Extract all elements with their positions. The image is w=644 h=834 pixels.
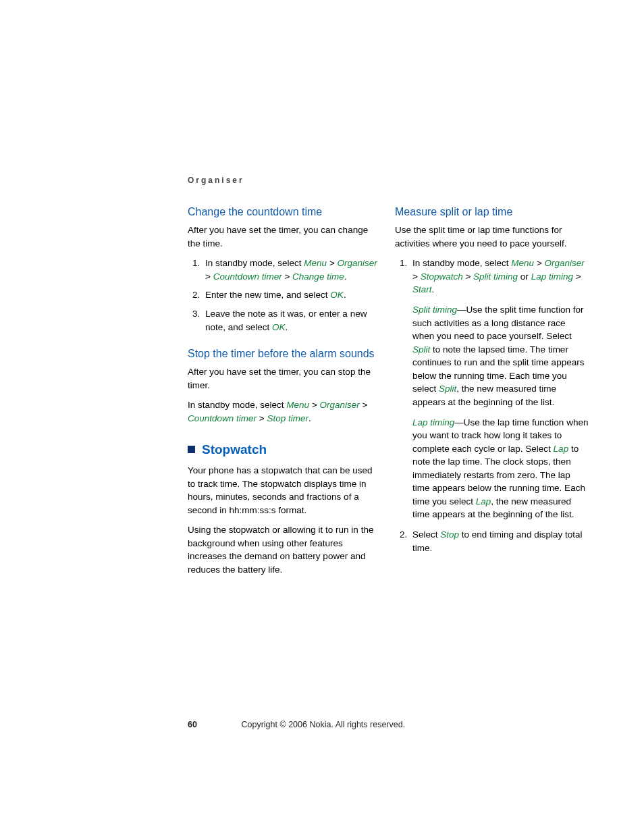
text: > bbox=[534, 258, 544, 268]
text: > bbox=[282, 271, 292, 282]
organiser-link: Organiser bbox=[545, 258, 585, 268]
paragraph: After you have set the timer, you can st… bbox=[188, 365, 381, 392]
heading-stop-timer: Stop the timer before the alarm sounds bbox=[188, 346, 381, 361]
text: > bbox=[309, 400, 319, 410]
copyright-text: Copyright © 2006 Nokia. All rights reser… bbox=[241, 720, 405, 729]
lap-timing-link: Lap timing bbox=[412, 417, 454, 427]
heading-stopwatch: Stopwatch bbox=[188, 440, 381, 459]
page-number: 60 bbox=[188, 720, 239, 729]
menu-link: Menu bbox=[511, 258, 534, 268]
heading-change-countdown: Change the countdown time bbox=[188, 204, 381, 219]
text: Select bbox=[412, 529, 440, 540]
paragraph: Lap timing—Use the lap time function whe… bbox=[412, 416, 589, 522]
list-item: In standby mode, select Menu > Organiser… bbox=[203, 257, 381, 283]
square-bullet-icon bbox=[188, 446, 195, 453]
text: > bbox=[463, 271, 473, 282]
lap-link: Lap bbox=[476, 496, 491, 506]
text: Enter the new time, and select bbox=[205, 290, 330, 300]
menu-link: Menu bbox=[304, 258, 327, 268]
page-content: Organiser Change the countdown time Afte… bbox=[0, 0, 644, 583]
page-footer: 60 Copyright © 2006 Nokia. All rights re… bbox=[188, 720, 589, 729]
list-item: Leave the note as it was, or enter a new… bbox=[203, 307, 381, 334]
text: or bbox=[518, 271, 531, 282]
paragraph: Using the stopwatch or allowing it to ru… bbox=[188, 523, 381, 576]
paragraph: Use the split time or lap time functions… bbox=[395, 224, 589, 250]
text: > bbox=[327, 258, 337, 268]
two-column-layout: Change the countdown time After you have… bbox=[188, 204, 589, 583]
list-item: Select Stop to end timing and display to… bbox=[410, 528, 589, 554]
paragraph: After you have set the timer, you can ch… bbox=[188, 224, 381, 250]
split-timing-link: Split timing bbox=[412, 305, 457, 315]
stop-timer-link: Stop timer bbox=[267, 413, 308, 423]
organiser-link: Organiser bbox=[338, 258, 377, 268]
paragraph: In standby mode, select Menu > Organiser… bbox=[188, 398, 381, 425]
menu-link: Menu bbox=[286, 400, 309, 410]
left-column: Change the countdown time After you have… bbox=[188, 204, 381, 583]
heading-measure: Measure split or lap time bbox=[395, 204, 589, 219]
text: Leave the note as it was, or enter a new… bbox=[205, 309, 367, 332]
split-timing-link: Split timing bbox=[473, 271, 518, 282]
split-link: Split bbox=[412, 344, 430, 355]
text: > bbox=[205, 271, 213, 282]
ok-link: OK bbox=[272, 322, 286, 332]
text: > bbox=[412, 271, 421, 282]
text: > bbox=[573, 271, 581, 282]
paragraph: Split timing—Use the split time function… bbox=[412, 303, 589, 409]
change-time-link: Change time bbox=[292, 271, 344, 282]
right-column: Measure split or lap time Use the split … bbox=[395, 204, 589, 583]
countdown-timer-link: Countdown timer bbox=[188, 413, 257, 423]
heading-text: Stopwatch bbox=[202, 440, 267, 459]
steps-list: In standby mode, select Menu > Organiser… bbox=[188, 257, 381, 334]
text: In standby mode, select bbox=[412, 258, 511, 268]
start-link: Start bbox=[412, 284, 432, 294]
countdown-timer-link: Countdown timer bbox=[213, 271, 282, 282]
text: > bbox=[257, 413, 267, 423]
lap-timing-link: Lap timing bbox=[531, 271, 573, 282]
list-item: Enter the new time, and select OK. bbox=[203, 288, 381, 302]
organiser-link: Organiser bbox=[320, 400, 360, 410]
stopwatch-link: Stopwatch bbox=[421, 271, 463, 282]
section-header: Organiser bbox=[188, 176, 589, 185]
stop-link: Stop bbox=[440, 529, 459, 540]
lap-link: Lap bbox=[554, 444, 569, 454]
list-item: In standby mode, select Menu > Organiser… bbox=[410, 257, 589, 521]
ok-link: OK bbox=[330, 290, 344, 300]
paragraph: Your phone has a stopwatch that can be u… bbox=[188, 464, 381, 517]
split-link: Split bbox=[439, 384, 456, 394]
text: > bbox=[360, 400, 368, 410]
steps-list: In standby mode, select Menu > Organiser… bbox=[395, 257, 589, 554]
text: In standby mode, select bbox=[205, 258, 304, 268]
text: In standby mode, select bbox=[188, 400, 286, 410]
